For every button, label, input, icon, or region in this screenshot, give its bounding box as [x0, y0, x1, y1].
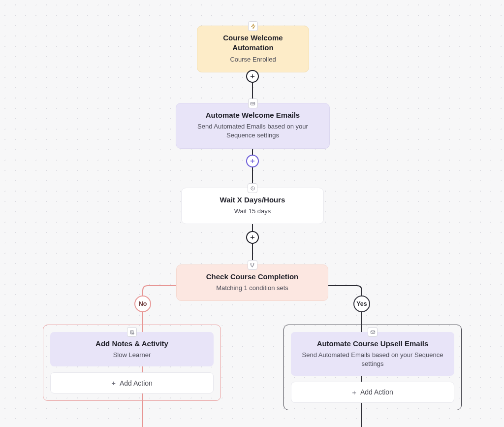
svg-point-3 — [253, 263, 254, 264]
mail-icon — [248, 99, 258, 108]
notes-title: Add Notes & Activity — [58, 339, 206, 349]
add-action-button-no[interactable]: + Add Action — [50, 372, 214, 394]
wait-node[interactable]: Wait X Days/Hours Wait 15 days — [181, 188, 324, 224]
add-step-button-3[interactable] — [246, 231, 259, 244]
add-step-button-1[interactable] — [246, 70, 259, 83]
notes-subtitle: Slow Learner — [58, 351, 206, 360]
clock-icon — [248, 183, 257, 193]
welcome-emails-node[interactable]: Automate Welcome Emails Send Automated E… — [176, 103, 330, 149]
branch-yes-container: Automate Course Upsell Emails Send Autom… — [284, 325, 462, 410]
welcome-subtitle: Send Automated Emails based on your Sequ… — [185, 122, 320, 140]
trigger-title: Course Welcome Automation — [206, 33, 300, 53]
wait-title: Wait X Days/Hours — [190, 195, 315, 205]
notes-activity-node[interactable]: Add Notes & Activity Slow Learner — [50, 332, 214, 366]
add-step-button-2[interactable] — [246, 155, 259, 167]
condition-subtitle: Matching 1 condition sets — [186, 284, 319, 293]
condition-title: Check Course Completion — [186, 272, 319, 282]
upsell-emails-node[interactable]: Automate Course Upsell Emails Send Autom… — [291, 332, 454, 376]
add-action-button-yes[interactable]: + Add Action — [291, 382, 454, 403]
branch-label-no: No — [134, 296, 151, 312]
plus-icon: + — [111, 379, 116, 387]
add-action-label: Add Action — [360, 388, 393, 396]
wait-subtitle: Wait 15 days — [190, 207, 315, 216]
mail-icon — [368, 327, 378, 337]
add-action-label: Add Action — [120, 379, 153, 387]
lightning-icon — [248, 21, 258, 31]
svg-point-2 — [251, 263, 252, 264]
branch-no-container: Add Notes & Activity Slow Learner + Add … — [43, 325, 221, 401]
branch-label-yes: Yes — [353, 296, 370, 312]
upsell-subtitle: Send Automated Emails based on your Sequ… — [299, 351, 446, 368]
plus-icon: + — [352, 388, 356, 396]
upsell-title: Automate Course Upsell Emails — [299, 339, 446, 349]
note-icon — [127, 327, 137, 337]
welcome-title: Automate Welcome Emails — [185, 110, 320, 120]
branch-icon — [248, 260, 257, 270]
trigger-subtitle: Course Enrolled — [206, 55, 300, 64]
trigger-node[interactable]: Course Welcome Automation Course Enrolle… — [197, 26, 309, 72]
condition-node[interactable]: Check Course Completion Matching 1 condi… — [176, 264, 328, 301]
